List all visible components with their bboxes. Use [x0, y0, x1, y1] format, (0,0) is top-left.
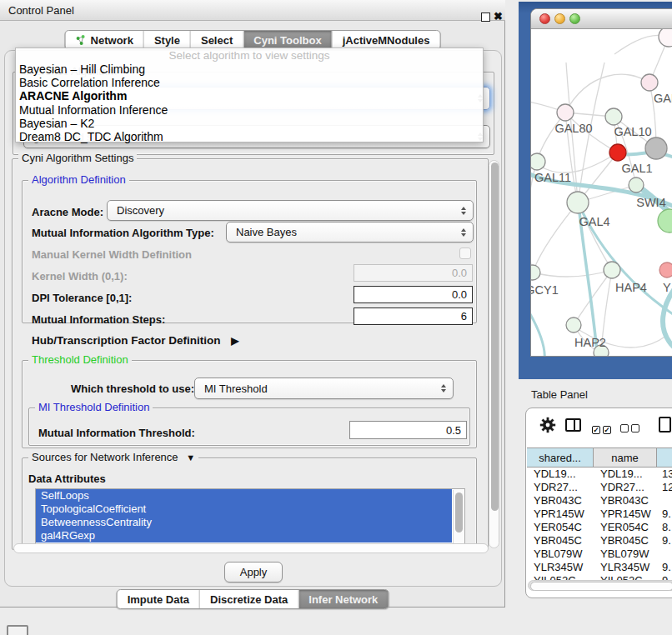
- table-row[interactable]: YER054CYER054C8.: [527, 521, 672, 534]
- network-node-gcy1[interactable]: [531, 265, 540, 280]
- network-node-y[interactable]: [659, 262, 672, 278]
- mi-steps-field[interactable]: 6: [354, 308, 473, 325]
- select-all-checks-icon[interactable]: ✓✓: [592, 421, 614, 436]
- network-node-gal10[interactable]: [605, 108, 622, 125]
- network-node-label: SWI4: [636, 196, 665, 209]
- network-node-swi4[interactable]: [629, 178, 644, 192]
- network-node[interactable]: [658, 209, 672, 232]
- network-node-hap4[interactable]: [604, 262, 620, 278]
- expand-right-icon[interactable]: ▶: [231, 335, 238, 347]
- mi-threshold-field[interactable]: 0.5: [349, 421, 467, 439]
- table-row[interactable]: YPR145WYPR145W9.: [527, 508, 672, 521]
- network-window-titlebar[interactable]: [531, 9, 672, 29]
- table-cell: 9.: [657, 508, 672, 521]
- network-node-hap2[interactable]: [566, 318, 581, 332]
- dropdown-item[interactable]: Bayesian – Hill Climbing: [16, 62, 483, 76]
- network-tab-icon: [76, 35, 87, 46]
- combo-arrows-icon: [461, 207, 466, 215]
- settings-vertical-scrollbar[interactable]: [489, 160, 499, 548]
- list-scrollbar-thumb[interactable]: [455, 492, 463, 532]
- network-node-label: GAL80: [554, 122, 592, 135]
- dropdown-item[interactable]: ARACNE Algorithm: [16, 89, 483, 102]
- network-node-gal[interactable]: [641, 74, 658, 91]
- export-table-icon[interactable]: [659, 417, 671, 432]
- network-node-gal1[interactable]: [609, 144, 626, 161]
- table-row[interactable]: YBL079WYBL079W: [527, 548, 672, 561]
- data-attribute-item[interactable]: BetweennessCentrality: [36, 516, 452, 529]
- data-attribute-item[interactable]: gal4RGexp: [36, 529, 452, 542]
- deselect-all-checks-icon[interactable]: [620, 421, 642, 436]
- table-cell: [657, 548, 672, 561]
- kernel-width-field[interactable]: 0.0: [354, 264, 473, 282]
- table-row[interactable]: YBR045CYBR045C9.: [527, 534, 672, 548]
- manual-kernel-label: Manual Kernel Width Definition: [32, 248, 192, 261]
- dpi-tolerance-value: 0.0: [452, 288, 467, 301]
- table-cell: YLR345W: [594, 561, 657, 574]
- tab-network[interactable]: Network: [66, 31, 143, 49]
- tab-jactivemnodules[interactable]: jActiveMNodules: [332, 31, 440, 49]
- table-header-row: shared...name: [527, 448, 672, 468]
- table-column-header[interactable]: name: [594, 448, 657, 467]
- table-cell: YBR045C: [527, 534, 594, 548]
- table-row[interactable]: YDR27...YDR27...12: [527, 481, 672, 494]
- manual-kernel-checkbox[interactable]: [459, 248, 471, 259]
- column-layout-icon[interactable]: [565, 418, 581, 432]
- apply-button[interactable]: Apply: [224, 562, 283, 582]
- data-attributes-list[interactable]: SelfLoopsTopologicalCoefficientBetweenne…: [35, 488, 465, 544]
- network-node-label: HAP2: [574, 336, 606, 349]
- tab-discretize-data[interactable]: Discretize Data: [199, 590, 298, 608]
- network-node-gal4[interactable]: [567, 192, 589, 213]
- settings-horizontal-scrollbar[interactable]: [13, 543, 489, 553]
- which-threshold-combo[interactable]: MI Threshold: [194, 378, 454, 399]
- float-window-icon[interactable]: [481, 12, 490, 22]
- apply-button-label: Apply: [240, 566, 268, 578]
- table-column-header[interactable]: [657, 448, 672, 467]
- table-column-header[interactable]: shared...: [527, 448, 594, 467]
- close-icon[interactable]: ✖: [494, 10, 503, 23]
- dropdown-item[interactable]: Basic Correlation Inference: [16, 76, 483, 89]
- gear-icon[interactable]: [539, 417, 556, 433]
- network-window: GALGAL80GAL10GAL1GAL11SWI4GAL4GCY1HAP4YH…: [530, 8, 672, 357]
- minimized-panel-icon[interactable]: [7, 625, 28, 635]
- combo-arrows-icon: [441, 384, 446, 392]
- settings-scrollbar-thumb[interactable]: [491, 162, 499, 511]
- hub-section-toggle[interactable]: Hub/Transcription Factor Definition ▶: [32, 334, 239, 347]
- dropdown-item[interactable]: Mutual Information Inference: [16, 103, 483, 117]
- table-cell: YDL19...: [594, 468, 657, 481]
- tab-cyni-toolbox[interactable]: Cyni Toolbox: [243, 31, 331, 49]
- table-horizontal-scrollbar[interactable]: [528, 580, 672, 591]
- table-row[interactable]: YBR043CYBR043C: [527, 494, 672, 508]
- network-node[interactable]: [645, 138, 667, 159]
- network-node-gal11[interactable]: [531, 153, 545, 170]
- zoom-traffic-light-icon[interactable]: [569, 13, 580, 24]
- sources-group-title[interactable]: Sources for Network Inference ▼: [28, 452, 198, 463]
- network-canvas[interactable]: GALGAL80GAL10GAL1GAL11SWI4GAL4GCY1HAP4YH…: [531, 29, 672, 357]
- dpi-tolerance-field[interactable]: 0.0: [354, 286, 473, 303]
- table-cell: YDR27...: [527, 481, 594, 494]
- tab-infer-network[interactable]: Infer Network: [298, 590, 388, 608]
- close-traffic-light-icon[interactable]: [539, 13, 550, 24]
- network-node[interactable]: [659, 29, 672, 47]
- table-row[interactable]: YDL19...YDL19...13: [527, 468, 672, 481]
- list-vertical-scrollbar[interactable]: [453, 490, 464, 543]
- table-cell: [657, 494, 672, 508]
- aracne-mode-combo[interactable]: Discovery: [107, 200, 474, 221]
- tab-impute-data[interactable]: Impute Data: [118, 590, 199, 608]
- data-attribute-item[interactable]: SelfLoops: [36, 489, 452, 502]
- tab-select[interactable]: Select: [190, 31, 243, 49]
- dropdown-item[interactable]: Bayesian – K2: [16, 117, 483, 130]
- table-panel: ✓✓ shared...name YDL19...YDL19...13YDR27…: [525, 408, 672, 598]
- network-node-gal80[interactable]: [557, 104, 574, 121]
- collapse-down-icon[interactable]: ▼: [186, 452, 195, 462]
- data-attribute-item[interactable]: TopologicalCoefficient: [36, 502, 452, 516]
- dropdown-item[interactable]: Dream8 DC_TDC Algorithm: [16, 130, 483, 143]
- mi-threshold-group-title: MI Threshold Definition: [35, 402, 153, 413]
- table-hscrollbar-thumb[interactable]: [530, 582, 672, 591]
- screen: Control Panel ✖ NetworkStyleSelectCyni T…: [0, 0, 672, 635]
- table-cell: 9.: [657, 534, 672, 548]
- tab-style[interactable]: Style: [143, 31, 190, 49]
- mi-type-combo[interactable]: Naive Bayes: [226, 222, 474, 242]
- minimize-traffic-light-icon[interactable]: [554, 13, 565, 24]
- table-row[interactable]: YLR345WYLR345W9.: [527, 561, 672, 574]
- table-cell: YDL19...: [527, 468, 594, 481]
